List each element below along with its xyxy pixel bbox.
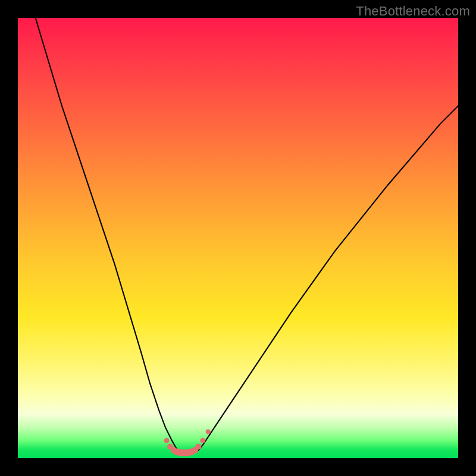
- watermark-text: TheBottleneck.com: [356, 4, 470, 19]
- bottleneck-curve: [36, 18, 458, 454]
- outer-frame: TheBottleneck.com: [0, 0, 476, 476]
- trough-dot: [206, 430, 211, 434]
- chart-svg: [18, 18, 458, 458]
- plot-area: [18, 18, 458, 458]
- trough-dot: [195, 444, 201, 450]
- trough-dot: [200, 438, 205, 443]
- trough-dot: [164, 438, 170, 443]
- trough-marker-group: [164, 430, 211, 457]
